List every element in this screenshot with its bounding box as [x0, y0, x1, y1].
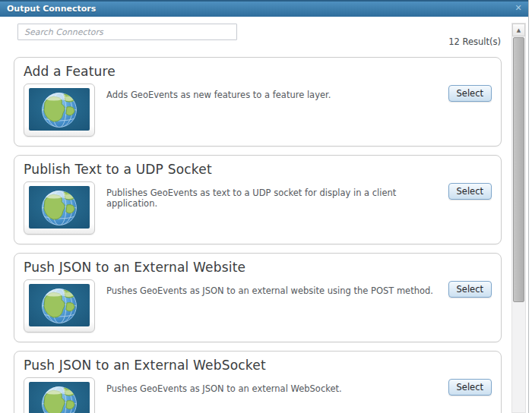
select-button[interactable]: Select [448, 281, 492, 298]
vertical-scrollbar[interactable]: ▲ [511, 23, 526, 413]
connector-thumbnail [24, 181, 95, 235]
globe-icon [29, 284, 90, 326]
connector-title: Push JSON to an External WebSocket [24, 358, 492, 373]
scrollbar-thumb[interactable] [513, 37, 524, 302]
output-connectors-dialog: Output Connectors ✕ 12 Result(s) Add a F… [0, 0, 529, 413]
connector-thumbnail [24, 84, 95, 137]
connector-title: Add a Feature [24, 64, 492, 79]
connector-card: Push JSON to an External WebSocket Pushe… [14, 351, 502, 413]
dialog-titlebar: Output Connectors ✕ [0, 0, 528, 17]
search-input[interactable] [17, 24, 237, 40]
connector-thumbnail [24, 279, 95, 333]
select-button[interactable]: Select [448, 85, 492, 102]
connector-description: Pushes GeoEvents as JSON to an external … [106, 279, 433, 333]
globe-icon [29, 382, 90, 413]
globe-icon [29, 186, 90, 229]
connector-card: Publish Text to a UDP Socket Publishes G… [14, 155, 502, 244]
connector-description: Pushes GeoEvents as JSON to an external … [106, 377, 342, 413]
connector-description: Publishes GeoEvents as text to a UDP soc… [106, 181, 433, 235]
connector-list: Add a Feature Adds GeoEvents as new feat… [14, 57, 502, 413]
connector-card: Push JSON to an External Website Pushes … [14, 253, 502, 342]
scroll-up-arrow-icon[interactable]: ▲ [512, 24, 525, 36]
select-button[interactable]: Select [448, 379, 492, 396]
connector-title: Push JSON to an External Website [24, 260, 492, 275]
close-icon[interactable]: ✕ [513, 3, 524, 14]
connector-card: Add a Feature Adds GeoEvents as new feat… [14, 57, 502, 147]
connector-title: Publish Text to a UDP Socket [24, 162, 492, 177]
results-count: 12 Result(s) [448, 36, 501, 47]
globe-icon [29, 88, 90, 131]
connector-thumbnail [24, 377, 95, 413]
dialog-title: Output Connectors [7, 4, 96, 14]
select-button[interactable]: Select [448, 183, 492, 200]
connector-description: Adds GeoEvents as new features to a feat… [106, 84, 331, 137]
